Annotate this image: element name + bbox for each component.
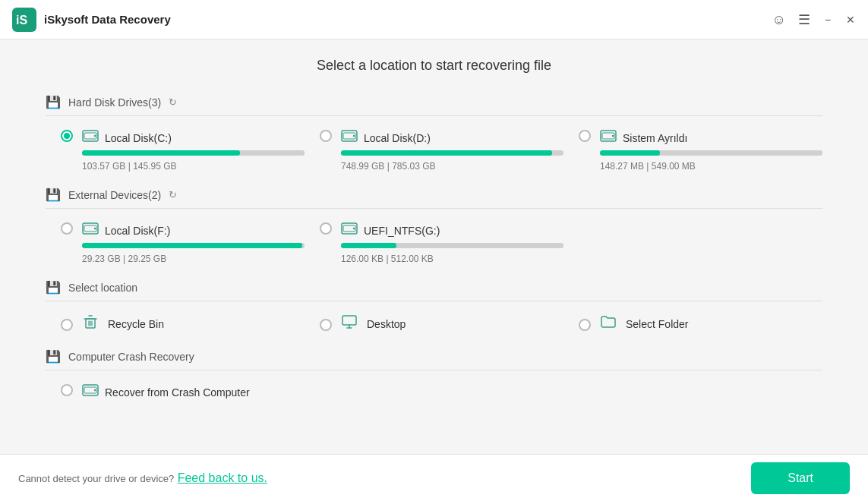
svg-text:iS: iS (16, 14, 27, 27)
crash-header: 💾 Computer Crash Recovery (46, 349, 822, 370)
svg-rect-18 (342, 316, 356, 325)
location-item[interactable]: Desktop (320, 314, 563, 334)
drive-info: Local Disk(D:) 748.99 GB | 785.03 GB (341, 128, 563, 172)
crash-item-name: Recover from Crash Computer (105, 386, 250, 399)
minimize-button[interactable]: − (822, 14, 833, 25)
drive-info: Local Disk(C:) 103.57 GB | 145.95 GB (82, 128, 305, 172)
ext-refresh-icon[interactable]: ↻ (169, 189, 177, 200)
footer-message: Cannot detect your drive or device? Feed… (18, 471, 267, 485)
hard-disk-header: 💾 Hard Disk Drives(3) ↻ (46, 95, 822, 116)
hard-disk-section: 💾 Hard Disk Drives(3) ↻ Local Disk(C:) (46, 95, 822, 172)
location-grid: Recycle Bin Desktop Select Folder (46, 314, 822, 334)
footer: Cannot detect your drive or device? Feed… (0, 454, 868, 501)
drive-icon (82, 128, 99, 147)
drive-name-row: Local Disk(F:) (82, 221, 305, 240)
hard-disk-grid: Local Disk(C:) 103.57 GB | 145.95 GB (46, 128, 822, 172)
loc-radio-1[interactable] (320, 319, 332, 331)
crash-label: Computer Crash Recovery (68, 351, 194, 363)
drive-progress-fill (341, 150, 552, 156)
hdd-drive-item[interactable]: Sistem Ayrıldı 148.27 MB | 549.00 MB (579, 128, 822, 172)
drive-name: Local Disk(D:) (364, 132, 431, 144)
feedback-link[interactable]: Feed back to us. (178, 471, 267, 484)
drive-info: Sistem Ayrıldı 148.27 MB | 549.00 MB (600, 128, 822, 172)
drive-name: Local Disk(C:) (105, 132, 172, 144)
app-logo: iS (12, 8, 36, 32)
drive-progress-fill (82, 243, 302, 248)
drive-name-row: UEFI_NTFS(G:) (341, 221, 563, 240)
location-icon (82, 314, 99, 334)
footer-text: Cannot detect your drive or device? (18, 473, 174, 484)
location-header: 💾 Select location (46, 280, 822, 301)
location-item[interactable]: Select Folder (579, 314, 822, 334)
crash-item[interactable]: Recover from Crash Computer (61, 383, 305, 405)
drive-progress-fill (82, 150, 240, 156)
drive-icon (341, 221, 358, 240)
main-content: Select a location to start recovering fi… (0, 39, 868, 454)
drive-info: UEFI_NTFS(G:) 126.00 KB | 512.00 KB (341, 221, 563, 265)
loc-radio-0[interactable] (61, 319, 73, 331)
menu-icon[interactable]: ☰ (798, 13, 810, 27)
page-title: Select a location to start recovering fi… (46, 58, 822, 74)
drive-name-row: Local Disk(C:) (82, 128, 305, 147)
drive-icon (82, 221, 99, 240)
drive-info: Local Disk(F:) 29.23 GB | 29.25 GB (82, 221, 305, 265)
svg-point-4 (94, 135, 96, 137)
drive-progress-bar (82, 243, 305, 248)
start-button[interactable]: Start (751, 462, 850, 494)
drive-size: 103.57 GB | 145.95 GB (82, 161, 177, 172)
drive-progress-bar (82, 150, 305, 156)
drive-size: 126.00 KB | 512.00 KB (341, 254, 434, 264)
hdd-icon: 💾 (46, 95, 61, 109)
hdd-drive-item[interactable]: Local Disk(C:) 103.57 GB | 145.95 GB (61, 128, 305, 172)
location-name: Desktop (367, 318, 406, 330)
drive-progress-bar (600, 150, 822, 156)
external-grid: Local Disk(F:) 29.23 GB | 29.25 GB (46, 221, 822, 265)
svg-point-13 (94, 228, 96, 229)
location-name: Recycle Bin (108, 318, 164, 330)
svg-point-7 (353, 135, 355, 137)
hdd-radio-1[interactable] (320, 130, 332, 142)
titlebar: iS iSkysoft Data Recovery ☺ ☰ − ✕ (0, 0, 868, 39)
drive-icon (600, 128, 617, 147)
external-label: External Devices(2) (68, 189, 161, 201)
ext-icon: 💾 (46, 187, 61, 202)
ext-drive-item[interactable]: UEFI_NTFS(G:) 126.00 KB | 512.00 KB (320, 221, 563, 265)
ext-radio-0[interactable] (61, 222, 73, 235)
drive-name: UEFI_NTFS(G:) (364, 225, 440, 237)
external-section: 💾 External Devices(2) ↻ Local Disk(F:) (46, 187, 822, 265)
hard-disk-label: Hard Disk Drives(3) (68, 96, 161, 109)
drive-size: 148.27 MB | 549.00 MB (600, 161, 696, 172)
drive-icon (341, 128, 358, 147)
crash-drive-icon (82, 383, 99, 402)
drive-name: Local Disk(F:) (105, 225, 170, 237)
location-name: Select Folder (626, 318, 688, 330)
crash-section-icon: 💾 (46, 349, 61, 364)
svg-point-16 (353, 228, 355, 229)
drive-name-row: Local Disk(D:) (341, 128, 563, 147)
location-section: 💾 Select location Recycle Bin Desktop Se… (46, 280, 822, 334)
window-controls: ☺ ☰ − ✕ (772, 13, 856, 27)
crash-radio-0[interactable] (61, 384, 73, 396)
location-item[interactable]: Recycle Bin (61, 314, 305, 334)
location-icon (600, 314, 617, 334)
ext-drive-item[interactable]: Local Disk(F:) 29.23 GB | 29.25 GB (61, 221, 305, 265)
drive-info: Recover from Crash Computer (82, 383, 305, 405)
drive-size: 29.23 GB | 29.25 GB (82, 254, 166, 264)
user-icon[interactable]: ☺ (772, 13, 786, 27)
drive-progress-bar (341, 243, 563, 248)
hdd-drive-item[interactable]: Local Disk(D:) 748.99 GB | 785.03 GB (320, 128, 563, 172)
drive-progress-fill (341, 243, 396, 248)
crash-grid: Recover from Crash Computer (46, 383, 822, 405)
ext-radio-1[interactable] (320, 222, 332, 235)
location-label: Select location (68, 282, 137, 294)
hdd-refresh-icon[interactable]: ↻ (169, 96, 177, 108)
loc-radio-2[interactable] (579, 319, 591, 331)
external-header: 💾 External Devices(2) ↻ (46, 187, 822, 209)
drive-name-row: Recover from Crash Computer (82, 383, 305, 402)
location-section-icon: 💾 (46, 280, 61, 295)
close-button[interactable]: ✕ (845, 14, 856, 25)
svg-point-21 (94, 389, 96, 391)
hdd-radio-0[interactable] (61, 130, 73, 142)
drive-name: Sistem Ayrıldı (623, 132, 687, 144)
hdd-radio-2[interactable] (579, 130, 591, 142)
